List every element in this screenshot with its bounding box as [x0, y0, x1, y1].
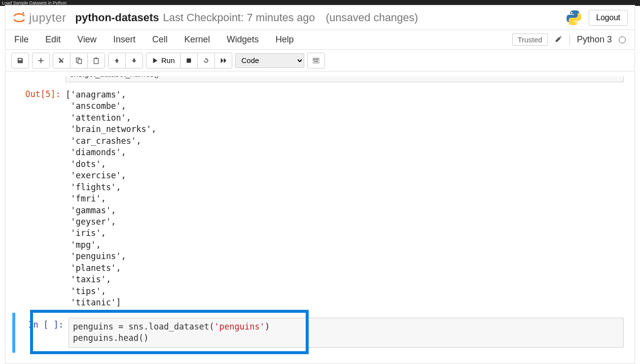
- menu-kernel[interactable]: Kernel: [184, 34, 210, 45]
- toolbar: Run Code: [5, 50, 635, 71]
- svg-rect-7: [186, 58, 191, 63]
- menu-cell[interactable]: Cell: [152, 34, 168, 45]
- run-label: Run: [161, 56, 175, 65]
- edit-icon[interactable]: [555, 35, 563, 45]
- menubar: File Edit View Insert Cell Kernel Widget…: [5, 30, 635, 50]
- output-cell: Out[5]: ['anagrams', 'anscombe', 'attent…: [12, 85, 628, 313]
- svg-rect-15: [316, 60, 317, 60]
- copy-button[interactable]: [71, 53, 88, 68]
- jupyter-logo-text: jupyter: [29, 11, 67, 25]
- svg-point-2: [575, 22, 577, 24]
- svg-point-1: [571, 12, 572, 13]
- svg-rect-14: [315, 60, 316, 60]
- jupyter-logo-icon: [12, 11, 26, 25]
- notebook-page: jupyter python-datasets Last Checkpoint:…: [5, 5, 635, 364]
- command-palette-button[interactable]: [308, 53, 324, 68]
- svg-rect-16: [317, 60, 318, 60]
- code-input-partial[interactable]: sns.get_dataset_names(): [66, 76, 624, 82]
- kernel-idle-icon[interactable]: [619, 36, 626, 43]
- input-cell-selected[interactable]: In [ ]: penguins = sns.load_dataset('pen…: [12, 313, 628, 353]
- notebook-name[interactable]: python-datasets: [75, 11, 159, 24]
- cut-button[interactable]: [53, 53, 71, 68]
- cell-type-select[interactable]: Code: [235, 53, 304, 68]
- unsaved-text: (unsaved changes): [326, 11, 418, 24]
- prompt-placeholder: [9, 76, 59, 85]
- jupyter-logo[interactable]: jupyter: [12, 11, 67, 25]
- notebook-title-block: python-datasets Last Checkpoint: 7 minut…: [75, 11, 418, 24]
- menu-help[interactable]: Help: [276, 34, 294, 45]
- svg-rect-6: [95, 57, 97, 59]
- move-down-button[interactable]: [126, 53, 142, 68]
- python-logo-icon: [565, 9, 583, 27]
- trusted-indicator[interactable]: Trusted: [512, 33, 548, 46]
- kernel-name[interactable]: Python 3: [577, 34, 612, 45]
- svg-rect-17: [314, 61, 318, 62]
- add-cell-button[interactable]: [33, 53, 49, 68]
- menu-view[interactable]: View: [77, 34, 97, 45]
- menu-edit[interactable]: Edit: [45, 34, 61, 45]
- in-prompt: In [ ]:: [19, 318, 69, 348]
- svg-rect-10: [315, 59, 316, 59]
- header: jupyter python-datasets Last Checkpoint:…: [5, 5, 635, 30]
- save-button[interactable]: [12, 53, 29, 68]
- notebook-area[interactable]: sns.get_dataset_names() Out[5]: ['anagra…: [5, 76, 635, 364]
- output-text: ['anagrams', 'anscombe', 'attention', 'b…: [66, 87, 624, 311]
- restart-run-all-button[interactable]: [215, 53, 232, 68]
- menu-widgets[interactable]: Widgets: [227, 34, 259, 45]
- svg-rect-4: [78, 59, 81, 64]
- restart-button[interactable]: [198, 53, 215, 68]
- svg-rect-9: [313, 59, 314, 59]
- code-input[interactable]: penguins = sns.load_dataset('penguins') …: [69, 318, 624, 348]
- svg-rect-5: [94, 58, 99, 64]
- out-prompt: Out[5]:: [16, 87, 66, 311]
- interrupt-button[interactable]: [180, 53, 198, 68]
- paste-button[interactable]: [88, 53, 105, 68]
- checkpoint-text: Last Checkpoint: 7 minutes ago: [163, 11, 315, 24]
- move-up-button[interactable]: [108, 53, 126, 68]
- svg-point-0: [23, 12, 25, 14]
- run-button[interactable]: Run: [146, 53, 180, 68]
- logout-button[interactable]: Logout: [589, 10, 628, 26]
- svg-rect-11: [316, 59, 317, 59]
- svg-rect-13: [313, 60, 314, 60]
- menu-insert[interactable]: Insert: [113, 34, 136, 45]
- svg-rect-12: [317, 59, 318, 59]
- separator: [569, 34, 570, 45]
- menu-file[interactable]: File: [14, 34, 29, 45]
